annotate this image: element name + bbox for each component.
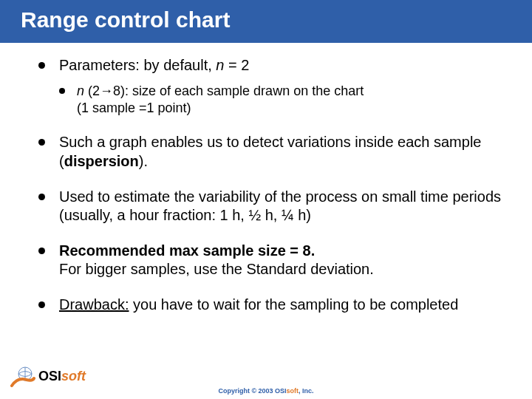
text: = 2 bbox=[224, 57, 249, 73]
var-n: n bbox=[216, 57, 224, 73]
bullet-recommended: Recommended max sample size = 8. For big… bbox=[38, 242, 502, 279]
slide-title: Range control chart bbox=[0, 0, 532, 43]
copyright-text: Copyright © 2003 bbox=[218, 387, 275, 395]
slide: Range control chart Parameters: by defau… bbox=[0, 0, 532, 399]
copyright-osi: OSI bbox=[275, 387, 287, 395]
sub-list: n (2→8): size of each sample drawn on th… bbox=[59, 83, 502, 117]
underline-drawback: Drawback: bbox=[59, 296, 129, 313]
bullet-parameters: Parameters: by default, n = 2 n (2→8): s… bbox=[38, 56, 502, 117]
bullet-drawback: Drawback: you have to wait for the sampl… bbox=[38, 296, 502, 315]
var-n: n bbox=[77, 83, 84, 98]
bold-dispersion: dispersion bbox=[64, 153, 139, 169]
globe-swoosh-icon bbox=[10, 364, 35, 389]
logo-text: OSIsoft bbox=[38, 369, 86, 384]
bullet-list: Parameters: by default, n = 2 n (2→8): s… bbox=[38, 56, 502, 315]
bullet-variability: Used to estimate the variability of the … bbox=[38, 188, 502, 225]
content-area: Parameters: by default, n = 2 n (2→8): s… bbox=[0, 43, 532, 399]
logo: OSIsoft bbox=[10, 364, 86, 389]
copyright-soft: soft bbox=[287, 387, 299, 395]
logo-osi: OSI bbox=[38, 369, 61, 383]
text: (2→8): size of each sample drawn on the … bbox=[84, 83, 364, 98]
text: For bigger samples, use the Standard dev… bbox=[59, 261, 374, 277]
text: you have to wait for the sampling to be … bbox=[129, 296, 458, 313]
text: Parameters: by default, bbox=[59, 57, 216, 73]
sub-bullet-n-range: n (2→8): size of each sample drawn on th… bbox=[59, 83, 502, 117]
copyright-text: , Inc. bbox=[299, 387, 314, 395]
text: ). bbox=[139, 153, 148, 169]
copyright-footer: Copyright © 2003 OSIsoft, Inc. bbox=[0, 387, 532, 395]
logo-soft: soft bbox=[61, 369, 86, 383]
bullet-dispersion: Such a graph enables us to detect variat… bbox=[38, 133, 502, 171]
bold-recommended: Recommended max sample size = 8. bbox=[59, 242, 315, 259]
text: (1 sample =1 point) bbox=[77, 100, 191, 115]
